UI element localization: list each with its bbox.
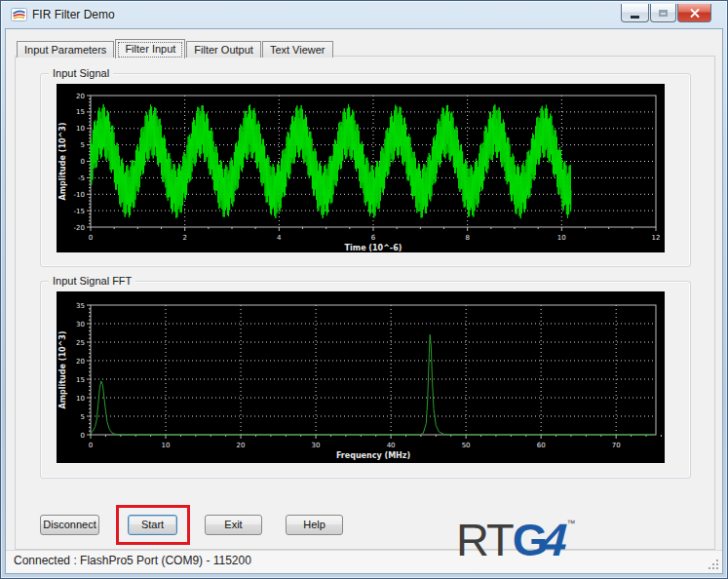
svg-text:Time (10^-6): Time (10^-6) <box>345 244 402 252</box>
minimize-button[interactable] <box>621 4 649 22</box>
svg-text:20: 20 <box>76 93 85 100</box>
svg-text:0: 0 <box>81 432 85 440</box>
svg-text:5: 5 <box>81 141 85 149</box>
maximize-icon <box>659 10 668 17</box>
svg-text:20: 20 <box>76 358 85 366</box>
input-signal-fft-chart-panel: 01020304050607005101520253035Frequency (… <box>57 291 665 463</box>
app-icon <box>11 8 27 21</box>
svg-text:50: 50 <box>462 442 471 449</box>
svg-text:10: 10 <box>76 395 85 403</box>
rtg4-logo: RTG4™ <box>456 498 576 565</box>
svg-text:Amplitude (10^3): Amplitude (10^3) <box>58 331 67 409</box>
input-signal-group: Input Signal 02468101220151050-5-10-15-2… <box>40 73 691 267</box>
input-signal-fft-group-title: Input Signal FFT <box>49 275 135 287</box>
tab-filter-input[interactable]: Filter Input <box>115 39 185 58</box>
svg-text:4: 4 <box>277 234 282 242</box>
svg-text:15: 15 <box>76 376 85 384</box>
filter-input-tab-page: Input Signal 02468101220151050-5-10-15-2… <box>15 56 715 550</box>
input-signal-group-title: Input Signal <box>49 67 113 79</box>
svg-text:15: 15 <box>76 108 85 116</box>
connection-status-text: Connected : FlashPro5 Port (COM9) - 1152… <box>14 554 251 567</box>
svg-text:70: 70 <box>612 442 621 449</box>
svg-text:30: 30 <box>312 442 321 449</box>
svg-text:10: 10 <box>162 442 171 449</box>
app-window: FIR Filter Demo Input Parameters Filter … <box>0 0 728 579</box>
svg-text:8: 8 <box>465 234 469 242</box>
title-bar[interactable]: FIR Filter Demo <box>2 2 726 28</box>
input-signal-fft-chart: 01020304050607005101520253035Frequency (… <box>57 291 665 463</box>
svg-text:0: 0 <box>89 234 93 242</box>
svg-text:25: 25 <box>76 339 85 347</box>
svg-text:0: 0 <box>81 158 85 166</box>
disconnect-button[interactable]: Disconnect <box>40 515 99 535</box>
svg-text:Amplitude (10^3): Amplitude (10^3) <box>58 123 67 201</box>
status-bar: Connected : FlashPro5 Port (COM9) - 1152… <box>6 550 722 573</box>
input-signal-fft-group: Input Signal FFT 01020304050607005101520… <box>40 281 691 479</box>
maximize-button[interactable] <box>650 4 676 22</box>
tab-input-parameters[interactable]: Input Parameters <box>17 41 114 58</box>
window-controls <box>621 4 711 22</box>
input-signal-chart-panel: 02468101220151050-5-10-15-20Time (10^-6)… <box>57 84 665 252</box>
tab-text-viewer[interactable]: Text Viewer <box>262 41 333 58</box>
svg-text:6: 6 <box>371 234 376 242</box>
start-button-highlight-annotation <box>116 505 190 545</box>
resize-grip[interactable] <box>708 559 720 571</box>
svg-text:60: 60 <box>537 442 546 449</box>
close-button[interactable] <box>677 4 711 22</box>
svg-text:10: 10 <box>557 234 566 242</box>
svg-text:10: 10 <box>76 125 85 133</box>
svg-text:-15: -15 <box>74 208 85 215</box>
exit-button[interactable]: Exit <box>205 515 262 535</box>
minimize-icon <box>631 16 639 19</box>
client-area: Input Parameters Filter Input Filter Out… <box>5 28 723 574</box>
input-signal-chart: 02468101220151050-5-10-15-20Time (10^-6)… <box>57 84 665 252</box>
svg-text:-10: -10 <box>74 191 85 199</box>
window-title: FIR Filter Demo <box>32 8 115 21</box>
svg-text:-5: -5 <box>78 174 85 182</box>
svg-text:5: 5 <box>81 413 85 421</box>
help-button[interactable]: Help <box>286 515 343 535</box>
svg-text:-20: -20 <box>74 224 85 232</box>
svg-text:2: 2 <box>182 234 186 242</box>
svg-text:Frequency (MHz): Frequency (MHz) <box>336 451 410 460</box>
svg-text:12: 12 <box>652 234 661 242</box>
rtg4-logo-rt: RT <box>456 514 513 565</box>
svg-text:40: 40 <box>387 442 396 449</box>
svg-text:20: 20 <box>237 442 246 449</box>
close-icon <box>690 9 700 18</box>
svg-text:0: 0 <box>89 442 93 449</box>
svg-text:30: 30 <box>76 321 85 328</box>
svg-text:35: 35 <box>76 302 85 310</box>
tab-filter-output[interactable]: Filter Output <box>186 41 261 58</box>
tab-strip: Input Parameters Filter Input Filter Out… <box>17 38 334 58</box>
